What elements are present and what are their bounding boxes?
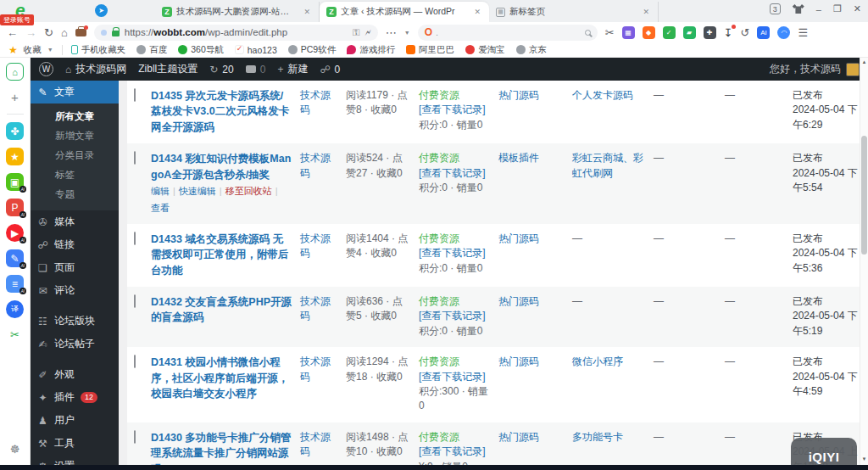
category-link[interactable]: 热门源码 <box>498 89 539 101</box>
favorites-label[interactable]: 收藏 <box>24 44 42 56</box>
download-log-link[interactable]: [查看下载记录] <box>419 370 490 384</box>
author-link[interactable]: 技术源码 <box>300 89 331 115</box>
post-title-link[interactable]: D1433 域名交易系统源码 无需授权即可正常使用，附带后台功能 <box>151 233 289 277</box>
tab-close-icon[interactable]: ✕ <box>472 8 482 16</box>
row-checkbox[interactable] <box>134 232 136 245</box>
scroll-down-arrow[interactable]: ▼ <box>860 456 868 462</box>
author-link[interactable]: 技术源码 <box>300 355 331 382</box>
tag-link[interactable]: 多功能号卡 <box>572 431 623 443</box>
user-login-icon[interactable]: ➤ <box>95 4 108 17</box>
home-icon[interactable]: ⌂ <box>61 27 68 38</box>
downloads-icon[interactable]: ↧ <box>724 26 733 39</box>
sidebar-subitem-新增文章[interactable]: 新增文章 <box>31 126 119 146</box>
category-link[interactable]: 热门源码 <box>498 295 539 307</box>
download-log-link[interactable]: [查看下载记录] <box>419 103 490 117</box>
category-link[interactable]: 热门源码 <box>498 355 539 367</box>
tag-link[interactable]: 个人发卡源码 <box>572 89 633 101</box>
dock-home-icon[interactable]: ⌂ <box>6 63 24 81</box>
window-count-badge[interactable]: 3 <box>770 3 781 14</box>
history-undo-icon[interactable]: ↺ <box>741 27 750 38</box>
sidebar-item-媒体[interactable]: ✇媒体 <box>31 210 119 233</box>
bookmark-item[interactable]: 360导航 <box>178 44 224 56</box>
security-shield-icon[interactable]: ✓ <box>663 26 676 39</box>
download-log-link[interactable]: [查看下载记录] <box>419 246 490 260</box>
category-link[interactable]: 热门源码 <box>498 232 539 244</box>
scrollbar-thumb[interactable] <box>861 136 867 255</box>
adminbar-site-link[interactable]: ⌂ 技术源码网 <box>65 62 126 76</box>
sidebar-item-页面[interactable]: ❏页面 <box>31 256 119 279</box>
dock-pdf-ai-icon[interactable]: PAI <box>6 199 24 216</box>
tag-link[interactable]: 彩虹云商城、彩虹代刷网 <box>572 152 643 178</box>
row-checkbox[interactable] <box>134 430 136 444</box>
scroll-up-arrow[interactable]: ▲ <box>860 59 868 64</box>
minimize-button[interactable]: – <box>816 4 821 14</box>
back-icon[interactable]: ← <box>7 27 18 38</box>
dock-write-ai-icon[interactable]: ✎AI <box>6 249 24 267</box>
sidebar-subitem-所有文章[interactable]: 所有文章 <box>31 107 119 126</box>
flash-icon[interactable]: 🗲 <box>364 27 370 38</box>
url-text[interactable]: https://wobbt.com/wp-admin/edit.php <box>125 27 348 37</box>
row-action[interactable]: 快速编辑 <box>179 185 216 199</box>
row-checkbox[interactable] <box>134 88 136 102</box>
adminbar-updates[interactable]: ↻ 20 <box>209 64 233 76</box>
author-link[interactable]: 技术源码 <box>300 232 331 259</box>
https-lock-icon[interactable] <box>112 31 120 36</box>
sidebar-item-论坛版块[interactable]: ☷论坛版块 <box>31 310 119 333</box>
bookmark-item[interactable]: hao123 <box>235 44 277 56</box>
game-center-icon[interactable]: ◆ <box>643 26 655 39</box>
password-key-icon[interactable]: ⚿ <box>353 27 359 38</box>
maximize-button[interactable]: ❐ <box>833 3 842 14</box>
row-action[interactable]: 移至回收站 <box>225 185 272 199</box>
category-link[interactable]: 模板插件 <box>498 152 539 164</box>
dock-notes-ai-icon[interactable]: ≡AI <box>6 275 24 293</box>
post-title-link[interactable]: D1434 彩虹知识付费模板MangoA全开源包含秒杀/抽奖 <box>151 153 291 180</box>
row-checkbox[interactable] <box>134 151 136 165</box>
url-field[interactable]: https://wobbt.com/wp-admin/edit.php ⚿ 🗲 <box>94 25 378 41</box>
bookmark-item[interactable]: 百度 <box>136 44 167 56</box>
tab-close-icon[interactable]: ✕ <box>302 8 312 16</box>
adminbar-links[interactable]: ☍ 0 <box>320 64 340 76</box>
adminbar-new[interactable]: + 新建 <box>277 62 308 76</box>
screenshot-scissors-icon[interactable]: ✂ <box>605 27 615 38</box>
author-link[interactable]: 技术源码 <box>300 431 331 457</box>
bookmark-item[interactable]: 手机收藏夹 <box>71 44 126 56</box>
row-action[interactable]: 编辑 <box>151 185 170 199</box>
navigation-compass-icon[interactable]: ◠ <box>777 26 790 39</box>
refresh-icon[interactable]: ↻ <box>44 27 53 38</box>
dock-translate-icon[interactable]: 译 <box>6 300 24 318</box>
dock-add-icon[interactable]: + <box>6 88 24 106</box>
tab-new-tab-page[interactable]: ▦ 新标签页 ✕ <box>489 2 659 22</box>
sidebar-subitem-分类目录[interactable]: 分类目录 <box>31 146 119 165</box>
dock-video-ai-icon[interactable]: ▶AI <box>6 224 24 242</box>
sidebar-item-工具[interactable]: ⚒工具 <box>31 432 119 455</box>
row-checkbox[interactable] <box>134 294 136 308</box>
post-title-link[interactable]: D1435 异次元发卡源码系统/荔枝发卡V3.0二次元风格发卡网全开源源码 <box>151 90 289 133</box>
menu-hamburger-icon[interactable]: ☰ <box>798 27 808 38</box>
sidebar-item-外观[interactable]: ✐外观 <box>31 363 119 386</box>
row-action[interactable]: 查看 <box>151 202 170 215</box>
download-log-link[interactable]: [查看下载记录] <box>419 166 490 181</box>
dock-apps-icon[interactable]: ✤ <box>6 122 24 140</box>
author-link[interactable]: 技术源码 <box>300 152 331 178</box>
sidebar-item-插件[interactable]: ✦插件12 <box>31 386 119 409</box>
sidebar-item-论坛帖子[interactable]: ✍论坛帖子 <box>31 333 119 355</box>
theme-skin-icon[interactable] <box>793 4 804 14</box>
category-link[interactable]: 热门源码 <box>498 431 539 443</box>
sidebar-item-用户[interactable]: ♟用户 <box>31 409 119 432</box>
quick-search-box[interactable]: O . <box>418 25 598 41</box>
sidebar-item-评论[interactable]: ✉评论 <box>31 279 119 302</box>
download-log-link[interactable]: [查看下载记录] <box>419 445 490 459</box>
sidebar-subitem-标签[interactable]: 标签 <box>31 165 119 185</box>
sidebar-item-链接[interactable]: ☍链接 <box>31 233 119 256</box>
search-icon[interactable] <box>585 30 591 36</box>
dock-scissors-icon[interactable]: ✂ <box>6 326 24 344</box>
briefcase-favorites-icon[interactable] <box>75 29 86 36</box>
adminbar-comments[interactable]: 0 <box>246 64 266 76</box>
wordpress-logo-icon[interactable]: W <box>39 62 53 76</box>
row-checkbox[interactable] <box>134 355 136 368</box>
bookmark-item[interactable]: 阿里巴巴 <box>406 44 454 56</box>
login-account-badge[interactable]: 登录账号 <box>0 14 34 25</box>
extensions-puzzle-icon[interactable]: ✚ <box>704 26 716 39</box>
forward-icon[interactable]: → <box>25 27 36 38</box>
sidebar-subitem-专题[interactable]: 专题 <box>31 185 119 204</box>
